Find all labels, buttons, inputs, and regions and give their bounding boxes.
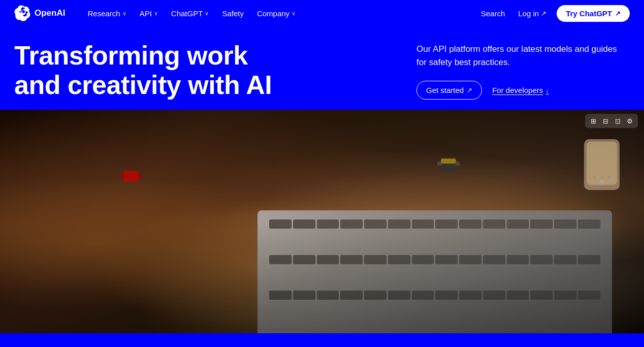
nav-right: Search Log in ↗ Try ChatGPT ↗ — [475, 5, 630, 22]
chatgpt-chevron-icon: ∨ — [205, 10, 209, 17]
for-developers-button[interactable]: For developers ↓ — [492, 86, 549, 94]
nav-safety[interactable]: Safety — [216, 6, 250, 21]
svg-rect-1 — [120, 174, 124, 178]
svg-point-9 — [599, 180, 604, 185]
nav-research[interactable]: Research ∨ — [81, 6, 132, 21]
hero-section: Transforming work and creativity with AI… — [0, 26, 644, 110]
svg-rect-5 — [437, 162, 441, 166]
nav-chatgpt[interactable]: ChatGPT ∨ — [165, 6, 215, 21]
nav-api[interactable]: API ∨ — [134, 6, 164, 21]
research-chevron-icon: ∨ — [122, 10, 126, 17]
svg-rect-0 — [123, 171, 139, 182]
dark-overlay — [0, 110, 644, 333]
toolbar-grid-icon[interactable]: ⊞ — [588, 116, 598, 126]
svg-point-12 — [608, 176, 611, 179]
brand-name: OpenAI — [35, 8, 65, 18]
watch-yellow-icon — [433, 154, 464, 175]
hero-image — [0, 110, 644, 333]
svg-rect-4 — [441, 159, 456, 164]
hero-left: Transforming work and creativity with AI — [14, 41, 376, 100]
nav-company[interactable]: Company ∨ — [251, 6, 302, 21]
api-chevron-icon: ∨ — [154, 10, 158, 17]
svg-point-11 — [600, 176, 603, 179]
hero-buttons: Get started ↗ For developers ↓ — [416, 81, 630, 100]
phone-icon — [579, 137, 625, 193]
watch-red-icon — [116, 166, 146, 186]
navbar: OpenAI Research ∨ API ∨ ChatGPT ∨ Safety… — [0, 0, 644, 26]
hero-right: Our API platform offers our latest model… — [416, 41, 630, 100]
toolbar-expand-icon[interactable]: ⊡ — [613, 116, 623, 126]
hero-title: Transforming work and creativity with AI — [14, 41, 278, 100]
try-chatgpt-button[interactable]: Try ChatGPT ↗ — [557, 5, 630, 22]
company-chevron-icon: ∨ — [292, 10, 296, 17]
svg-rect-6 — [456, 162, 460, 166]
search-button[interactable]: Search — [475, 6, 511, 21]
login-button[interactable]: Log in ↗ — [513, 6, 552, 21]
toolbar-minus-icon[interactable]: ⊟ — [600, 116, 610, 126]
logo[interactable]: OpenAI — [14, 5, 65, 21]
image-toolbar: ⊞ ⊟ ⊡ ⚙ — [585, 114, 638, 128]
image-section: ⊞ ⊟ ⊡ ⚙ — [0, 110, 644, 333]
openai-logo-icon — [14, 5, 30, 21]
hero-description: Our API platform offers our latest model… — [416, 43, 620, 70]
toolbar-settings-icon[interactable]: ⚙ — [625, 116, 635, 126]
nav-links: Research ∨ API ∨ ChatGPT ∨ Safety Compan… — [81, 6, 474, 21]
svg-point-10 — [593, 176, 596, 179]
get-started-button[interactable]: Get started ↗ — [416, 81, 482, 100]
svg-rect-2 — [138, 174, 142, 178]
